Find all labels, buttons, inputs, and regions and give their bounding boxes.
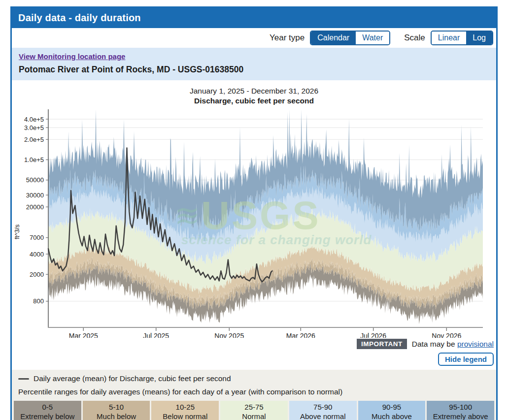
svg-text:20000: 20000 <box>26 203 44 211</box>
location-info-box: View Monitoring location page Potomac Ri… <box>12 48 496 80</box>
percentile-class-box: 5-10Much below <box>83 401 150 420</box>
provisional-text-prefix: Data may be <box>412 340 457 348</box>
svg-text:Jul 2025: Jul 2025 <box>143 332 169 338</box>
controls-row: Year type Calendar Water Scale Linear Lo… <box>12 28 496 48</box>
svg-text:1.0e+5: 1.0e+5 <box>24 156 44 163</box>
svg-text:30000: 30000 <box>26 192 44 199</box>
svg-text:2.0e+5: 2.0e+5 <box>24 136 44 143</box>
duration-plot-svg[interactable]: 4.0e+53.0e+52.0e+51.0e+55000030000200007… <box>12 106 496 338</box>
svg-text:4.0e+5: 4.0e+5 <box>24 116 44 123</box>
svg-text:800: 800 <box>33 297 44 305</box>
scale-toggle: Linear Log <box>431 31 493 45</box>
scale-label: Scale <box>404 33 425 43</box>
monitoring-location-link[interactable]: View Monitoring location page <box>19 52 125 61</box>
mean-line-sample <box>18 378 29 380</box>
location-title: Potomac River at Point of Rocks, MD - US… <box>19 65 489 75</box>
percentile-class-box: 75-90Above normal <box>289 401 357 420</box>
panel-title: Daily data - daily duration <box>18 12 141 23</box>
svg-text:50000: 50000 <box>26 176 44 184</box>
svg-text:3.0e+5: 3.0e+5 <box>24 124 44 131</box>
percentile-ranges-title: Percentile ranges for daily averages (me… <box>14 388 494 396</box>
svg-text:ft^3/s: ft^3/s <box>13 224 21 239</box>
chart-area: January 1, 2025 - December 31, 2026 Disc… <box>12 87 496 338</box>
mean-legend-row: Daily average (mean) for Discharge, cubi… <box>14 374 494 383</box>
percentile-class-box: 95-100Extremely above <box>427 401 494 420</box>
svg-text:Mar 2026: Mar 2026 <box>286 332 315 338</box>
hide-legend-row: Hide legend <box>12 349 496 370</box>
panel-header: Daily data - daily duration <box>12 8 496 28</box>
svg-text:Nov 2026: Nov 2026 <box>432 332 461 338</box>
svg-text:2000: 2000 <box>30 271 44 278</box>
percentile-class-boxes: 0-5Extremely below5-10Much below10-25Bel… <box>14 401 494 420</box>
svg-text:Jul 2026: Jul 2026 <box>360 332 386 338</box>
scale-log-button[interactable]: Log <box>466 32 492 44</box>
svg-text:4000: 4000 <box>30 251 44 258</box>
percentile-class-box: 25-75Normal <box>220 401 288 420</box>
chart-legend: Daily average (mean) for Discharge, cubi… <box>12 370 496 420</box>
year-type-toggle: Calendar Water <box>310 31 390 45</box>
provisional-link[interactable]: provisional <box>457 340 494 348</box>
scale-linear-button[interactable]: Linear <box>432 32 466 44</box>
percentile-class-box: 90-95Much above <box>358 401 426 420</box>
hide-legend-button[interactable]: Hide legend <box>438 353 494 366</box>
provisional-text: Data may be provisional <box>412 340 494 349</box>
mean-line-label: Daily average (mean) for Discharge, cubi… <box>34 374 231 383</box>
important-badge: IMPORTANT <box>357 339 407 349</box>
year-type-calendar-button[interactable]: Calendar <box>311 32 356 44</box>
svg-text:Nov 2025: Nov 2025 <box>214 332 244 338</box>
provisional-notice: IMPORTANT Data may be provisional <box>12 338 496 349</box>
percentile-class-box: 0-5Extremely below <box>14 401 81 420</box>
year-type-label: Year type <box>270 33 305 43</box>
daily-data-panel: Daily data - daily duration Year type Ca… <box>10 6 498 420</box>
svg-text:Mar 2025: Mar 2025 <box>69 332 98 338</box>
chart-date-range: January 1, 2025 - December 31, 2026 <box>12 87 496 96</box>
chart-parameter-title: Discharge, cubic feet per second <box>12 97 496 105</box>
svg-text:7000: 7000 <box>30 234 44 241</box>
plot-region: 4.0e+53.0e+52.0e+51.0e+55000030000200007… <box>12 106 496 338</box>
percentile-class-box: 10-25Below normal <box>151 401 219 420</box>
year-type-water-button[interactable]: Water <box>356 32 389 44</box>
